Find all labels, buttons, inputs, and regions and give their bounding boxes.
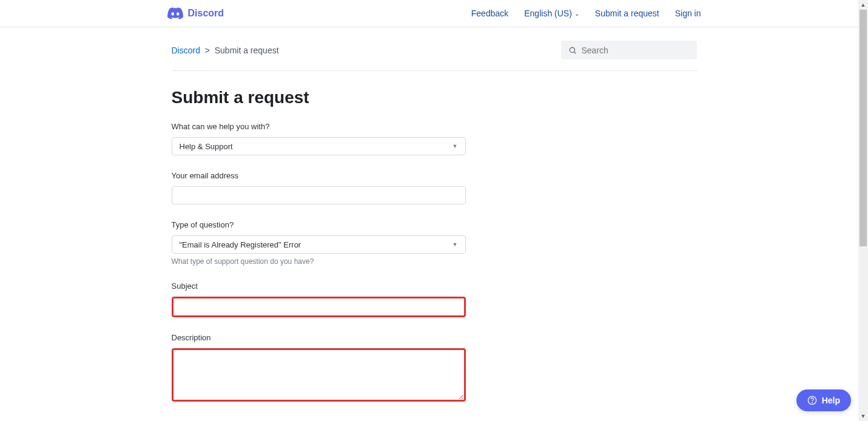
nav-language[interactable]: English (US) ⌄ xyxy=(524,8,579,18)
question-type-label: Type of question? xyxy=(172,220,466,229)
nav: Feedback English (US) ⌄ Submit a request… xyxy=(471,8,701,18)
form-group-email: Your email address xyxy=(172,171,466,204)
page-title: Submit a request xyxy=(172,88,697,107)
search-box[interactable] xyxy=(561,41,697,59)
form-group-subject: Subject xyxy=(172,281,466,317)
scrollbar-down-arrow[interactable]: ▼ xyxy=(858,411,868,421)
help-widget-label: Help xyxy=(822,396,840,405)
description-textarea[interactable] xyxy=(172,348,466,402)
email-label: Your email address xyxy=(172,171,466,180)
search-icon xyxy=(568,46,577,55)
subject-label: Subject xyxy=(172,281,466,291)
nav-submit-request[interactable]: Submit a request xyxy=(595,8,659,18)
svg-line-1 xyxy=(574,52,576,53)
help-question-icon xyxy=(807,396,817,405)
breadcrumb-separator: > xyxy=(205,45,210,55)
svg-point-0 xyxy=(570,47,574,52)
breadcrumb-current: Submit a request xyxy=(215,45,279,55)
select-arrow-icon: ▼ xyxy=(453,241,458,248)
email-input[interactable] xyxy=(172,186,466,204)
chevron-down-icon: ⌄ xyxy=(574,10,579,17)
subject-input[interactable] xyxy=(172,297,466,317)
breadcrumb-home[interactable]: Discord xyxy=(172,45,200,55)
select-arrow-icon: ▼ xyxy=(453,143,458,149)
form-group-help-with: What can we help you with? Help & Suppor… xyxy=(172,122,466,155)
main-container: Discord > Submit a request Submit a requ… xyxy=(172,27,697,421)
search-input[interactable] xyxy=(582,45,690,55)
scrollbar-thumb[interactable] xyxy=(860,10,867,246)
question-type-value: "Email is Already Registered" Error xyxy=(180,240,301,249)
nav-sign-in[interactable]: Sign in xyxy=(675,8,701,18)
header-inner: Discord Feedback English (US) ⌄ Submit a… xyxy=(82,7,786,19)
breadcrumb-row: Discord > Submit a request xyxy=(172,27,697,71)
question-type-help: What type of support question do you hav… xyxy=(172,257,466,266)
help-widget-button[interactable]: Help xyxy=(796,389,851,411)
scrollbar-up-arrow[interactable]: ▲ xyxy=(858,0,868,10)
svg-point-3 xyxy=(812,402,812,403)
breadcrumb: Discord > Submit a request xyxy=(172,45,279,55)
scrollbar[interactable]: ▲ ▼ xyxy=(858,0,868,421)
discord-logo[interactable]: Discord xyxy=(167,7,224,19)
logo-text: Discord xyxy=(188,8,224,19)
description-label: Description xyxy=(172,333,466,342)
form-group-description: Description xyxy=(172,333,466,404)
discord-logo-icon xyxy=(167,7,183,19)
nav-feedback[interactable]: Feedback xyxy=(471,8,508,18)
question-type-select[interactable]: "Email is Already Registered" Error ▼ xyxy=(172,235,466,254)
help-with-select[interactable]: Help & Support ▼ xyxy=(172,137,466,155)
header: Discord Feedback English (US) ⌄ Submit a… xyxy=(0,0,868,27)
help-with-label: What can we help you with? xyxy=(172,122,466,131)
nav-language-label: English (US) xyxy=(524,8,572,18)
help-with-value: Help & Support xyxy=(180,142,233,151)
form-group-question-type: Type of question? "Email is Already Regi… xyxy=(172,220,466,266)
